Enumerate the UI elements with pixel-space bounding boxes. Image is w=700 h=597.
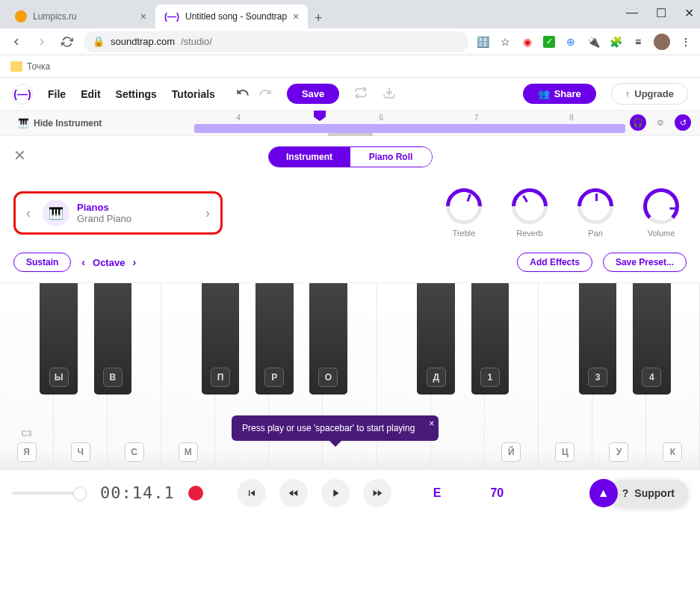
app-header: (—) File Edit Settings Tutorials Save 👥 … xyxy=(0,78,700,111)
tab-instrument[interactable]: Instrument xyxy=(269,147,350,167)
key-label: Д xyxy=(427,368,446,387)
ext-icon-1[interactable]: ◉ xyxy=(521,35,534,49)
timecode: 00:14.1 xyxy=(100,483,175,502)
transport-bar: 00:14.1 E 70 ▲ ? Support xyxy=(0,469,700,516)
bookmark-item[interactable]: Точка xyxy=(27,61,50,72)
black-key[interactable]: Р xyxy=(255,283,294,395)
favicon-lumpics xyxy=(15,10,27,22)
black-key[interactable]: 4 xyxy=(633,283,671,395)
history-icon[interactable]: ↺ xyxy=(675,114,691,131)
tab-piano-roll[interactable]: Piano Roll xyxy=(350,147,432,167)
knob-reverb[interactable]: Reverb xyxy=(512,188,548,238)
skip-start-button[interactable] xyxy=(238,479,266,507)
translate-icon[interactable]: 🔠 xyxy=(476,35,489,49)
menu-file[interactable]: File xyxy=(48,88,66,100)
key-label: 4 xyxy=(642,368,661,387)
save-preset-button[interactable]: Save Preset... xyxy=(603,253,687,272)
knob-treble[interactable]: Treble xyxy=(446,188,482,238)
black-key[interactable]: П xyxy=(202,283,240,395)
record-button[interactable] xyxy=(188,486,203,501)
ext-icon-3[interactable]: ⊕ xyxy=(564,35,577,49)
new-tab-button[interactable]: + xyxy=(308,7,329,28)
gear-icon[interactable]: ⚙ xyxy=(652,114,669,131)
key-label: Й xyxy=(501,442,521,462)
timeline: 🎹 Hide Instrument 4 6 7 8 🎧 ⚙ ↺ xyxy=(0,111,700,136)
extensions-icon[interactable]: 🧩 xyxy=(609,35,622,49)
menu-tutorials[interactable]: Tutorials xyxy=(172,88,215,100)
browser-titlebar: Lumpics.ru × (—) Untitled song - Soundtr… xyxy=(0,0,700,28)
profile-avatar[interactable] xyxy=(654,34,670,50)
octave-up-icon[interactable]: › xyxy=(132,256,136,268)
black-key[interactable]: 1 xyxy=(471,283,509,395)
back-button[interactable] xyxy=(7,33,25,51)
black-key[interactable]: Ы xyxy=(40,283,78,395)
metronome-button[interactable]: ▲ xyxy=(589,479,618,507)
tooltip-close-icon[interactable]: × xyxy=(429,418,434,429)
ruler-tick: 7 xyxy=(474,114,479,122)
ext-icon-2[interactable]: ✓ xyxy=(543,36,555,48)
browser-tab-lumpics[interactable]: Lumpics.ru × xyxy=(6,4,155,28)
tab-title: Untitled song - Soundtrap xyxy=(185,11,287,22)
instrument-selector[interactable]: ‹ 🎹 Pianos Grand Piano › xyxy=(13,191,223,235)
redo-button[interactable] xyxy=(258,86,272,102)
folder-icon xyxy=(10,61,22,72)
share-button[interactable]: 👥 Share xyxy=(523,84,596,104)
key-label: У xyxy=(609,442,628,462)
maximize-icon[interactable]: ☐ xyxy=(656,6,666,20)
knob-pan[interactable]: Pan xyxy=(577,188,613,238)
upgrade-button[interactable]: ↑ Upgrade xyxy=(611,83,688,105)
prev-instrument-icon[interactable]: ‹ xyxy=(22,205,35,221)
key-indicator[interactable]: E xyxy=(433,486,442,500)
save-button[interactable]: Save xyxy=(287,84,339,104)
black-key[interactable]: Д xyxy=(417,283,455,395)
menu-settings[interactable]: Settings xyxy=(116,88,157,100)
menu-edit[interactable]: Edit xyxy=(81,88,100,100)
loop-button[interactable] xyxy=(354,86,368,102)
audio-track[interactable] xyxy=(194,124,625,133)
url-field[interactable]: 🔒 soundtrap.com/studio/ xyxy=(84,31,468,52)
star-icon[interactable]: ☆ xyxy=(498,35,512,49)
volume-slider[interactable] xyxy=(12,492,87,495)
download-button[interactable] xyxy=(382,86,396,102)
ruler-tick: 6 xyxy=(380,114,384,122)
instrument-category: Pianos xyxy=(77,202,201,213)
black-key[interactable]: О xyxy=(309,283,347,395)
app-logo[interactable]: (—) xyxy=(12,84,33,105)
play-tooltip: Press play or use 'spacebar' to start pl… xyxy=(232,415,439,441)
menu-icon[interactable]: ⋮ xyxy=(679,35,693,49)
reload-button[interactable] xyxy=(58,33,76,51)
ext-icon-4[interactable]: 🔌 xyxy=(586,35,600,49)
rewind-button[interactable] xyxy=(279,479,308,507)
fast-forward-button[interactable] xyxy=(363,479,391,507)
key-label: С xyxy=(125,442,144,462)
headphone-icon[interactable]: 🎧 xyxy=(630,114,646,131)
browser-tab-soundtrap[interactable]: (—) Untitled song - Soundtrap × xyxy=(155,4,308,28)
customize-icon[interactable]: ≡ xyxy=(631,35,645,49)
minimize-icon[interactable]: — xyxy=(626,6,638,20)
support-button[interactable]: ? Support xyxy=(609,480,688,507)
octave-down-icon[interactable]: ‹ xyxy=(81,256,85,268)
knobs-row: Treble Reverb Pan Volume xyxy=(446,188,679,238)
next-instrument-icon[interactable]: › xyxy=(201,205,214,221)
black-key[interactable]: В xyxy=(94,283,132,395)
hide-instrument-button[interactable]: 🎹 Hide Instrument xyxy=(0,118,120,129)
forward-button[interactable] xyxy=(33,33,51,51)
key-label: Р xyxy=(264,368,284,387)
knob-volume[interactable]: Volume xyxy=(643,188,679,238)
add-effects-button[interactable]: Add Effects xyxy=(517,253,592,272)
black-key[interactable]: 3 xyxy=(579,283,617,395)
key-label: М xyxy=(179,442,198,462)
sustain-button[interactable]: Sustain xyxy=(13,253,71,272)
tab-close-icon[interactable]: × xyxy=(293,10,299,22)
note-label: C3 xyxy=(22,429,32,438)
tempo-indicator[interactable]: 70 xyxy=(490,486,504,500)
tab-close-icon[interactable]: × xyxy=(140,10,146,22)
undo-button[interactable] xyxy=(236,86,250,102)
ruler[interactable]: 4 6 7 8 xyxy=(179,114,655,124)
ruler-tick: 8 xyxy=(569,114,574,122)
play-button[interactable] xyxy=(321,479,350,507)
close-icon[interactable]: ✕ xyxy=(684,6,694,20)
favicon-soundtrap: (—) xyxy=(164,11,179,22)
close-panel-icon[interactable]: ✕ xyxy=(13,146,26,164)
share-icon: 👥 xyxy=(538,88,550,99)
